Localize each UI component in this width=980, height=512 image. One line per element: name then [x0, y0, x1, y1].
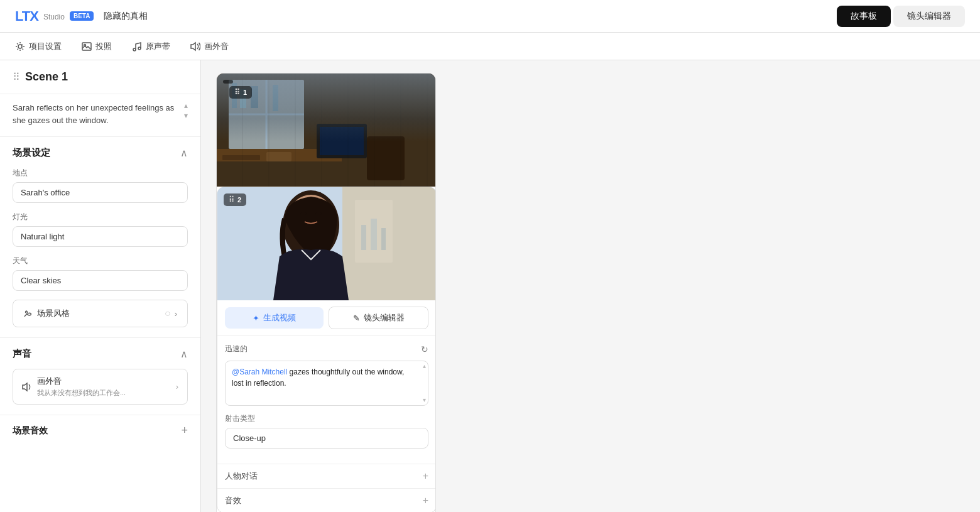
svg-rect-22	[361, 225, 366, 250]
scene-title: Scene 1	[25, 70, 68, 84]
location-input[interactable]	[13, 182, 188, 203]
dialogue-row-2[interactable]: 人物对话 +	[217, 464, 436, 488]
dialogue-label-2: 人物对话	[225, 471, 258, 482]
scene-description: Sarah reflects on her unexpected feeling…	[0, 94, 200, 137]
scene-drag-handle[interactable]: ⠿	[13, 71, 20, 83]
refresh-button-2[interactable]: ↻	[421, 344, 428, 354]
tab-lens-editor[interactable]: 镜头编辑器	[893, 6, 965, 27]
subnav-item-casting[interactable]: 投照	[82, 41, 112, 52]
location-field: 地点	[13, 168, 188, 203]
shot-type-input-2[interactable]	[225, 428, 428, 449]
scene-style-button[interactable]: 场景风格 ○ ›	[13, 300, 188, 327]
lens-button-2[interactable]: ✎ 镜头编辑器	[329, 307, 428, 329]
logo-x: X	[30, 8, 38, 24]
image-icon	[82, 41, 92, 52]
svg-rect-12	[273, 85, 278, 111]
voiceover-left: 画外音 我从来没有想到我的工作会...	[22, 376, 126, 398]
scene-style-label: 场景风格	[37, 308, 70, 319]
shot-num-badge-2: ⠿ 2	[224, 193, 246, 206]
effects-label-2: 音效	[225, 495, 241, 506]
scene-desc-arrows: ▴ ▾	[184, 102, 188, 119]
scene-effects-add-button[interactable]: +	[181, 424, 188, 437]
shot-illustration-2	[217, 187, 436, 300]
desc-scroll-down[interactable]: ▾	[184, 112, 188, 119]
studio-label: Studio	[43, 13, 65, 21]
subnav-item-project-settings[interactable]: 项目设置	[15, 41, 62, 52]
shot-image-1: ⠿ 1 ✦ 生成视频 ✎ 镜头编辑器	[217, 74, 435, 187]
subnav-label-voiceover: 画外音	[204, 41, 229, 52]
scene-effects-title: 场景音效	[13, 425, 48, 437]
svg-rect-24	[381, 228, 386, 250]
voiceover-info: 画外音 我从来没有想到我的工作会...	[37, 376, 126, 398]
prompt-scroll-down-2[interactable]: ▾	[423, 397, 426, 403]
nav-tabs: 故事板 镜头编辑器	[837, 6, 965, 27]
main-layout: ⠿ Scene 1 Sarah reflects on her unexpect…	[0, 60, 980, 512]
shot-type-label-2: 射击类型	[225, 413, 428, 424]
svg-rect-14	[222, 155, 260, 160]
scene-style-left: 场景风格	[23, 308, 70, 319]
weather-label: 天气	[13, 256, 188, 266]
logo-area: LTX Studio BETA 隐藏的真相	[15, 8, 148, 25]
shot-card-1: ⠿ 1 ✦ 生成视频 ✎ 镜头编辑器	[216, 73, 436, 512]
generate-button-2[interactable]: ✦ 生成视频	[225, 307, 324, 329]
location-label: 地点	[13, 168, 188, 178]
prompt-scroll-up-2[interactable]: ▴	[423, 363, 426, 369]
weather-input[interactable]	[13, 270, 188, 291]
scene-effects-section: 场景音效 +	[0, 415, 200, 446]
logo: LTX	[15, 8, 38, 25]
shot-num-2: 2	[237, 196, 241, 204]
music-icon	[132, 41, 142, 52]
subnav-label-soundtrack: 原声带	[146, 41, 170, 52]
dialogue-add-icon-2: +	[423, 471, 428, 482]
top-nav: LTX Studio BETA 隐藏的真相 故事板 镜头编辑器	[0, 0, 980, 33]
light-input[interactable]	[13, 226, 188, 247]
prompt-scroll-btns-2: ▴ ▾	[423, 363, 426, 403]
svg-point-3	[133, 48, 136, 51]
shot-actions-2: ✦ 生成视频 ✎ 镜头编辑器	[217, 300, 436, 336]
scene-settings-toggle[interactable]: ∧	[180, 147, 188, 159]
speed-label-2: 迅速的	[225, 344, 248, 354]
svg-rect-15	[266, 152, 291, 161]
scene-desc-text: Sarah reflects on her unexpected feeling…	[13, 102, 179, 126]
mention-sarah-2: @Sarah Mitchell	[232, 368, 287, 376]
weather-field: 天气	[13, 256, 188, 291]
circle-icon: ○	[165, 308, 171, 319]
voiceover-item[interactable]: 画外音 我从来没有想到我的工作会... ›	[13, 369, 188, 405]
prompt-wrapper-2: @Sarah Mitchell gazes thoughtfully out t…	[225, 361, 428, 406]
sound-section: 声音 ∧ 画外音 我从来没有想到我的工作会... ›	[0, 338, 200, 415]
chevron-right-icon: ›	[175, 309, 177, 319]
sound-title: 声音	[13, 348, 31, 360]
svg-point-0	[18, 45, 22, 48]
svg-rect-23	[371, 219, 377, 250]
svg-rect-17	[320, 127, 364, 155]
light-label: 灯光	[13, 212, 188, 222]
lens-label-2: 镜头编辑器	[364, 312, 405, 324]
drag-dots-2: ⠿	[229, 195, 234, 204]
brush-icon	[23, 309, 32, 318]
scene-settings-title: 场景设定	[13, 147, 50, 159]
shot-num-badge-1: ⠿ 1	[229, 86, 252, 99]
voiceover-label: 画外音	[37, 376, 126, 387]
svg-point-27	[300, 212, 307, 215]
sparkle-icon-2: ✦	[253, 313, 259, 323]
svg-rect-13	[217, 149, 342, 161]
sub-nav: 项目设置 投照 原声带 画外音	[0, 33, 980, 60]
scene-effects-header: 场景音效 +	[13, 424, 188, 437]
prompt-display-2[interactable]: @Sarah Mitchell gazes thoughtfully out t…	[225, 361, 428, 406]
effects-row-2[interactable]: 音效 +	[217, 488, 436, 512]
speed-row-2: 迅速的 ↻	[225, 344, 428, 354]
shot-image-inner-2: ⠿ 2	[217, 187, 436, 300]
light-field: 灯光	[13, 212, 188, 247]
desc-scroll-up[interactable]: ▴	[184, 102, 188, 109]
subnav-item-voiceover[interactable]: 画外音	[190, 41, 229, 52]
scene-header: ⠿ Scene 1	[0, 60, 200, 94]
project-title: 隐藏的真相	[104, 11, 148, 22]
gear-icon	[15, 41, 25, 52]
shot-image-2: ⠿ 2	[217, 187, 436, 300]
subnav-item-soundtrack[interactable]: 原声带	[132, 41, 170, 52]
sound-toggle[interactable]: ∧	[180, 348, 188, 360]
voiceover-chevron: ›	[176, 382, 178, 391]
svg-rect-18	[367, 136, 405, 180]
tab-storyboard[interactable]: 故事板	[837, 6, 891, 27]
volume-icon	[190, 41, 200, 52]
